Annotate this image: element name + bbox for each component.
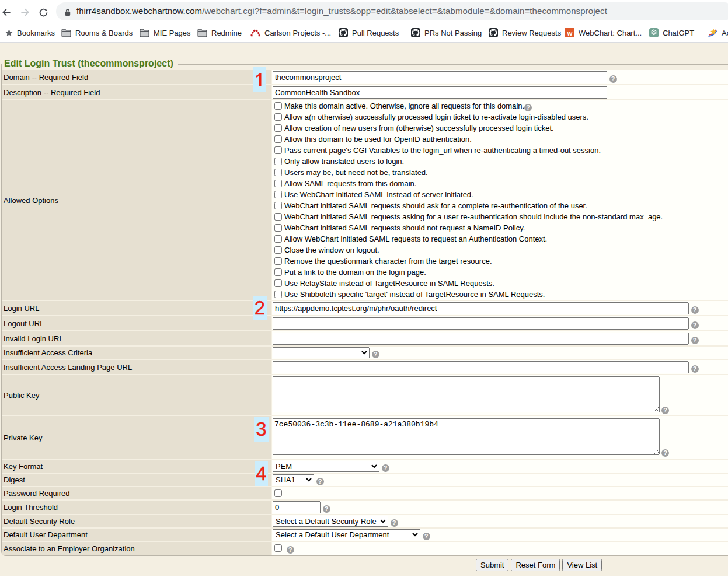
svg-text:w: w xyxy=(567,30,573,37)
